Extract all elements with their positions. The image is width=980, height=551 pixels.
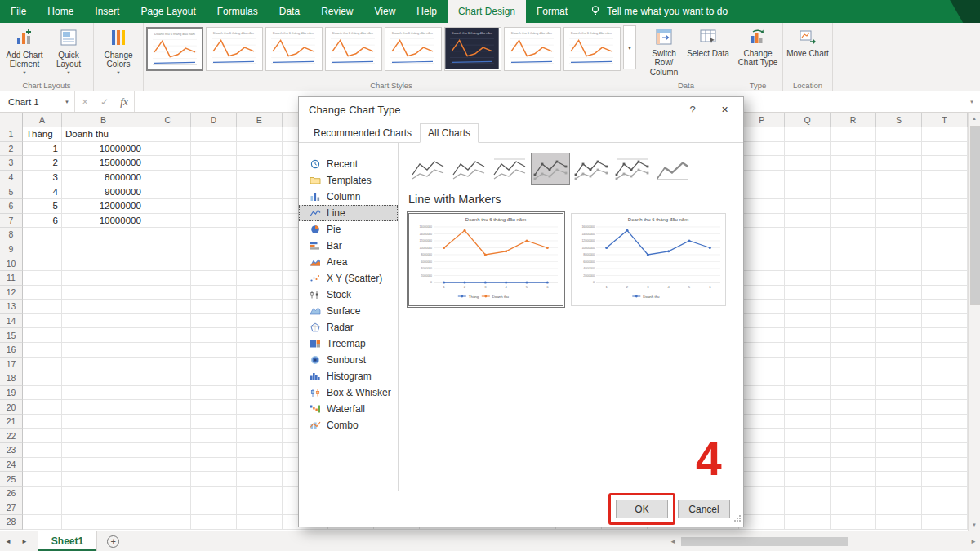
grid-cell-A28[interactable]: [23, 515, 62, 530]
grid-cell-A25[interactable]: [23, 472, 62, 487]
grid-cell-P11[interactable]: [739, 271, 785, 286]
chart-type-column[interactable]: Column: [299, 189, 398, 205]
chart-type-combo[interactable]: Combo: [299, 417, 398, 433]
sheet-tab-sheet1[interactable]: Sheet1: [38, 531, 97, 551]
grid-cell-T26[interactable]: [922, 487, 968, 501]
grid-cell-A16[interactable]: [23, 343, 62, 358]
grid-cell-P14[interactable]: [739, 314, 785, 329]
grid-cell-D22[interactable]: [191, 429, 237, 443]
grid-cell-A26[interactable]: [23, 487, 62, 501]
grid-cell-T23[interactable]: [922, 443, 968, 458]
grid-cell-A3[interactable]: 2: [23, 156, 62, 171]
grid-cell-Q22[interactable]: [785, 429, 831, 443]
grid-cell-E26[interactable]: [237, 487, 283, 501]
cancel-button[interactable]: Cancel: [678, 500, 730, 518]
grid-cell-R9[interactable]: [831, 242, 876, 257]
grid-cell-B12[interactable]: [62, 286, 145, 300]
grid-cell-C21[interactable]: [145, 415, 191, 429]
chart-preview-alternative[interactable]: Doanh thu 6 tháng đầu năm020000004000000…: [571, 213, 726, 306]
grid-cell-C7[interactable]: [145, 214, 191, 229]
grid-cell-A19[interactable]: [23, 386, 62, 401]
grid-cell-D27[interactable]: [191, 500, 237, 515]
grid-cell-S17[interactable]: [876, 358, 922, 372]
chart-type-sunburst[interactable]: Sunburst: [299, 352, 398, 368]
grid-cell-R27[interactable]: [831, 500, 876, 515]
grid-cell-P7[interactable]: [739, 214, 785, 229]
grid-cell-D4[interactable]: [191, 171, 237, 185]
grid-cell-S27[interactable]: [876, 500, 922, 515]
grid-cell-R24[interactable]: [831, 458, 876, 473]
grid-cell-C19[interactable]: [145, 386, 191, 401]
row-header-23[interactable]: 23: [0, 443, 23, 458]
grid-cell-Q23[interactable]: [785, 443, 831, 458]
grid-cell-T5[interactable]: [922, 184, 968, 199]
chart-type-area[interactable]: Area: [299, 254, 398, 270]
grid-cell-Q28[interactable]: [785, 515, 831, 530]
grid-cell-A12[interactable]: [23, 286, 62, 300]
grid-cell-R3[interactable]: [831, 156, 876, 171]
grid-cell-P8[interactable]: [739, 228, 785, 242]
grid-cell-T10[interactable]: [922, 256, 968, 271]
row-header-10[interactable]: 10: [0, 256, 23, 271]
grid-cell-C25[interactable]: [145, 472, 191, 487]
grid-cell-D11[interactable]: [191, 271, 237, 286]
grid-cell-S10[interactable]: [876, 256, 922, 271]
chart-style-thumbnail-8[interactable]: Doanh thu 6 tháng đầu năm: [564, 27, 621, 71]
grid-cell-D28[interactable]: [191, 515, 237, 530]
grid-cell-B25[interactable]: [62, 472, 145, 487]
grid-cell-P25[interactable]: [739, 472, 785, 487]
tab-insert[interactable]: Insert: [84, 0, 130, 23]
grid-cell-T7[interactable]: [922, 214, 968, 229]
formula-bar-expand-icon[interactable]: ▼: [964, 100, 980, 104]
grid-cell-R26[interactable]: [831, 487, 876, 501]
dialog-resize-grip[interactable]: [733, 513, 742, 525]
grid-cell-E23[interactable]: [237, 443, 283, 458]
grid-cell-E2[interactable]: [237, 142, 283, 157]
column-header-Q[interactable]: Q: [785, 113, 831, 127]
tab-home[interactable]: Home: [37, 0, 84, 23]
row-header-16[interactable]: 16: [0, 343, 23, 358]
grid-cell-A24[interactable]: [23, 458, 62, 473]
grid-cell-Q13[interactable]: [785, 300, 831, 314]
row-header-15[interactable]: 15: [0, 328, 23, 343]
grid-cell-B21[interactable]: [62, 415, 145, 429]
grid-cell-E1[interactable]: [237, 127, 283, 142]
grid-cell-Q16[interactable]: [785, 343, 831, 358]
grid-cell-P27[interactable]: [739, 500, 785, 515]
grid-cell-E19[interactable]: [237, 386, 283, 401]
grid-cell-D23[interactable]: [191, 443, 237, 458]
grid-cell-Q21[interactable]: [785, 415, 831, 429]
subtype-stacked-line-with-markers-icon[interactable]: [572, 153, 611, 185]
grid-cell-D20[interactable]: [191, 400, 237, 415]
grid-cell-D1[interactable]: [191, 127, 237, 142]
grid-cell-C8[interactable]: [145, 228, 191, 242]
grid-cell-S12[interactable]: [876, 286, 922, 300]
grid-cell-E17[interactable]: [237, 358, 283, 372]
grid-cell-R8[interactable]: [831, 228, 876, 242]
grid-cell-B27[interactable]: [62, 500, 145, 515]
tab-page-layout[interactable]: Page Layout: [130, 0, 206, 23]
row-header-1[interactable]: 1: [0, 127, 23, 142]
grid-cell-C18[interactable]: [145, 371, 191, 386]
grid-cell-R12[interactable]: [831, 286, 876, 300]
row-header-27[interactable]: 27: [0, 500, 23, 515]
grid-cell-Q1[interactable]: [785, 127, 831, 142]
chart-type-templates[interactable]: Templates: [299, 172, 398, 189]
grid-cell-S11[interactable]: [876, 271, 922, 286]
grid-cell-T18[interactable]: [922, 371, 968, 386]
grid-cell-T3[interactable]: [922, 156, 968, 171]
grid-cell-B13[interactable]: [62, 300, 145, 314]
grid-cell-C23[interactable]: [145, 443, 191, 458]
grid-cell-T22[interactable]: [922, 429, 968, 443]
grid-cell-D12[interactable]: [191, 286, 237, 300]
chart-type-waterfall[interactable]: Waterfall: [299, 401, 398, 417]
subtype-100-stacked-line-icon[interactable]: [490, 153, 529, 185]
grid-cell-T27[interactable]: [922, 500, 968, 515]
grid-cell-A27[interactable]: [23, 500, 62, 515]
grid-cell-T6[interactable]: [922, 199, 968, 214]
grid-cell-T16[interactable]: [922, 343, 968, 358]
grid-cell-T9[interactable]: [922, 242, 968, 257]
grid-cell-P13[interactable]: [739, 300, 785, 314]
grid-cell-T20[interactable]: [922, 400, 968, 415]
grid-cell-C10[interactable]: [145, 256, 191, 271]
